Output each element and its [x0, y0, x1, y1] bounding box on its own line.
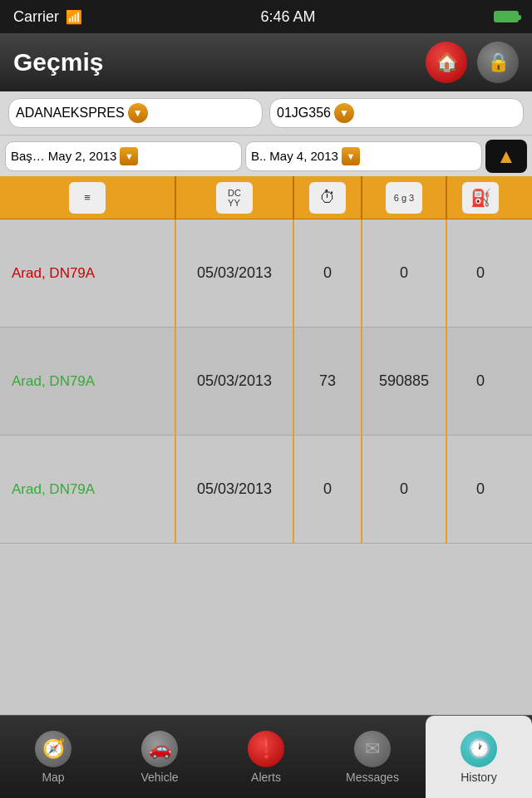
tab-vehicle[interactable]: 🚗 Vehicle	[106, 716, 213, 798]
end-date-prefix: B..	[251, 149, 266, 163]
page-title: Geçmiş	[13, 48, 103, 76]
cell-location-0: Arad, DN79A	[0, 265, 175, 282]
start-date-value: May 2, 2013	[48, 149, 117, 163]
tab-map[interactable]: 🧭 Map	[0, 716, 106, 798]
cell-odometer-2: 0	[362, 480, 446, 498]
plate-filter-value: 01JG356	[277, 106, 331, 121]
messages-icon: ✉	[354, 731, 391, 767]
vehicle-icon: 🚗	[141, 731, 178, 767]
wifi-icon: 📶	[66, 9, 82, 25]
odo-header-icon: 6 g 3	[386, 182, 422, 214]
warning-icon: ▲	[496, 145, 516, 168]
cell-date-0: 05/03/2013	[176, 264, 293, 282]
fuel-header-icon: ⛽	[462, 182, 499, 214]
start-date-arrow: ▼	[120, 147, 138, 165]
cell-fuel-1: 0	[447, 372, 514, 390]
tab-history[interactable]: 🕐 History	[426, 716, 532, 798]
filter-row: ADANAEKSPRES ▼ 01JG356 ▼	[0, 91, 532, 135]
header-bar: Geçmiş 🏠 🔒	[0, 33, 532, 91]
date-header-icon: DCYY	[216, 182, 253, 214]
start-date-prefix: Baş…	[11, 149, 45, 163]
alerts-icon: ❗	[248, 731, 284, 767]
table-header: ≡ DCYY ⏱ 6 g 3 ⛽	[0, 176, 532, 219]
speed-header-icon: ⏱	[309, 182, 346, 214]
location-header-icon: ≡	[69, 182, 106, 214]
battery-icon	[494, 11, 519, 22]
location-header-symbol: ≡	[84, 191, 91, 204]
table-row[interactable]: Arad, DN79A 05/03/2013 0 0 0	[0, 436, 532, 544]
cell-fuel-2: 0	[447, 480, 514, 498]
warning-button[interactable]: ▲	[485, 140, 527, 173]
plate-filter[interactable]: 01JG356 ▼	[269, 98, 524, 128]
tab-alerts[interactable]: ❗ Alerts	[213, 716, 319, 798]
carrier-label: Carrier	[13, 8, 59, 26]
map-label: Map	[42, 771, 64, 784]
col-header-speed: ⏱	[294, 182, 361, 214]
cell-date-1: 05/03/2013	[176, 372, 293, 390]
messages-label: Messages	[346, 771, 399, 784]
end-date-arrow: ▼	[342, 147, 360, 165]
cell-odometer-0: 0	[362, 264, 446, 282]
vehicle-filter[interactable]: ADANAEKSPRES ▼	[8, 98, 263, 128]
col-header-location: ≡	[0, 182, 175, 214]
table-row[interactable]: Arad, DN79A 05/03/2013 73 590885 0	[0, 328, 532, 436]
col-header-date: DCYY	[176, 182, 293, 214]
odo-header-symbol: 6 g 3	[394, 193, 414, 203]
vehicle-filter-value: ADANAEKSPRES	[16, 106, 125, 121]
plate-filter-arrow: ▼	[334, 103, 354, 123]
history-icon: 🕐	[461, 731, 497, 767]
time-label: 6:46 AM	[260, 8, 315, 26]
end-date-field[interactable]: B.. May 4, 2013 ▼	[245, 141, 482, 171]
home-button[interactable]: 🏠	[426, 42, 467, 83]
cell-speed-1: 73	[294, 372, 361, 390]
header-buttons: 🏠 🔒	[426, 42, 519, 83]
lock-button[interactable]: 🔒	[477, 42, 519, 83]
tab-bar: 🧭 Map 🚗 Vehicle ❗ Alerts ✉ Messages 🕐 Hi…	[0, 715, 532, 798]
date-filter-row: Baş… May 2, 2013 ▼ B.. May 4, 2013 ▼ ▲	[0, 135, 532, 176]
table-row[interactable]: Arad, DN79A 05/03/2013 0 0 0	[0, 219, 532, 328]
vehicle-filter-arrow: ▼	[128, 103, 148, 123]
table-body: Arad, DN79A 05/03/2013 0 0 0 Arad, DN79A…	[0, 219, 532, 544]
cell-date-2: 05/03/2013	[176, 480, 293, 498]
cell-speed-0: 0	[294, 264, 361, 282]
cell-location-2: Arad, DN79A	[0, 481, 175, 498]
vehicle-label: Vehicle	[140, 771, 178, 784]
fuel-header-symbol: ⛽	[470, 188, 491, 208]
date-header-symbol: DCYY	[228, 188, 241, 208]
alerts-label: Alerts	[251, 771, 281, 784]
col-header-odometer: 6 g 3	[362, 182, 446, 214]
cell-fuel-0: 0	[447, 264, 514, 282]
col-header-fuel: ⛽	[447, 182, 514, 214]
cell-speed-2: 0	[294, 480, 361, 498]
cell-location-1: Arad, DN79A	[0, 373, 175, 390]
history-label: History	[461, 771, 497, 784]
cell-odometer-1: 590885	[362, 372, 446, 390]
status-bar: Carrier 📶 6:46 AM	[0, 0, 532, 33]
start-date-field[interactable]: Baş… May 2, 2013 ▼	[5, 141, 242, 171]
tab-messages[interactable]: ✉ Messages	[319, 716, 426, 798]
speed-header-symbol: ⏱	[319, 188, 336, 207]
end-date-value: May 4, 2013	[269, 149, 338, 163]
map-icon: 🧭	[35, 731, 71, 767]
